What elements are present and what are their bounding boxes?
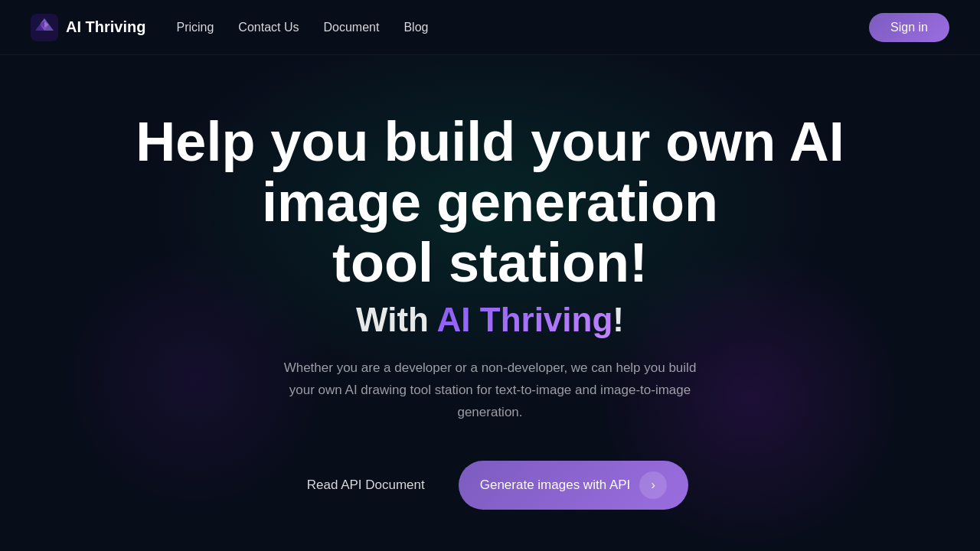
nav-link-contact[interactable]: Contact Us bbox=[238, 21, 299, 34]
hero-title: Help you build your own AI image generat… bbox=[69, 112, 911, 294]
hero-subtitle-suffix: ! bbox=[612, 301, 624, 338]
logo-icon bbox=[31, 14, 58, 41]
navbar: AI Thriving Pricing Contact Us Document … bbox=[0, 0, 980, 55]
hero-content: Help you build your own AI image generat… bbox=[69, 112, 911, 510]
hero-section: Help you build your own AI image generat… bbox=[0, 55, 980, 551]
read-api-doc-button[interactable]: Read API Document bbox=[292, 468, 440, 502]
brand-name: AI Thriving bbox=[66, 18, 145, 36]
nav-link-blog[interactable]: Blog bbox=[403, 21, 428, 34]
hero-buttons: Read API Document Generate images with A… bbox=[69, 461, 911, 510]
nav-link-pricing[interactable]: Pricing bbox=[176, 21, 214, 34]
hero-subtitle-prefix: With bbox=[356, 301, 437, 338]
navbar-left: AI Thriving Pricing Contact Us Document … bbox=[31, 14, 428, 41]
generate-images-button[interactable]: Generate images with API › bbox=[459, 461, 689, 510]
nav-links: Pricing Contact Us Document Blog bbox=[176, 21, 428, 34]
arrow-icon: › bbox=[639, 471, 667, 499]
hero-title-line2: tool station! bbox=[332, 232, 648, 293]
generate-images-label: Generate images with API bbox=[480, 478, 631, 493]
hero-brand-name: AI Thriving bbox=[437, 301, 613, 338]
nav-link-document[interactable]: Document bbox=[324, 21, 380, 34]
hero-title-line1: Help you build your own AI image generat… bbox=[136, 111, 844, 233]
sign-in-button[interactable]: Sign in bbox=[869, 13, 949, 42]
logo[interactable]: AI Thriving bbox=[31, 14, 145, 41]
hero-subtitle: With AI Thriving! bbox=[69, 301, 911, 339]
hero-description: Whether you are a developer or a non-dev… bbox=[276, 357, 704, 424]
